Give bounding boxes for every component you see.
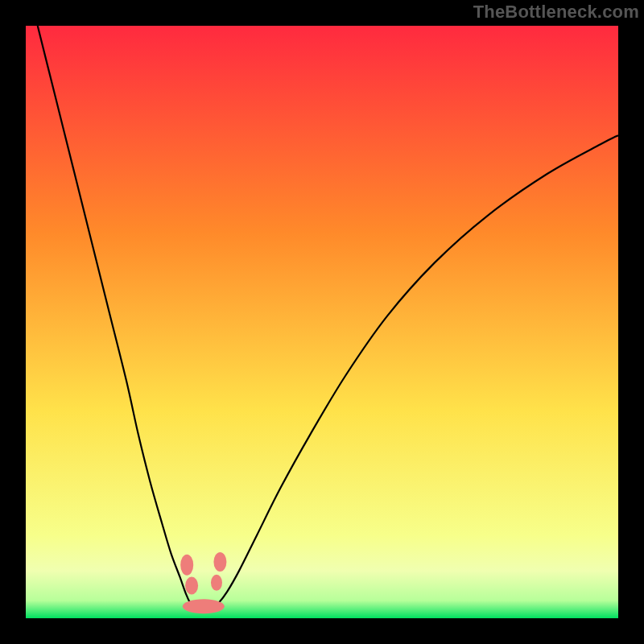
chart-svg [26,26,618,618]
marker-right-top [213,552,226,572]
marker-base-blob [183,599,225,613]
marker-right-bot [211,575,222,591]
marker-left-top [180,555,193,576]
gradient-field [26,26,618,618]
chart-root: { "watermark": "TheBottleneck.com", "col… [0,0,644,644]
watermark-text: TheBottleneck.com [473,2,639,23]
marker-left-bot [185,577,198,595]
plot-area [26,26,618,618]
